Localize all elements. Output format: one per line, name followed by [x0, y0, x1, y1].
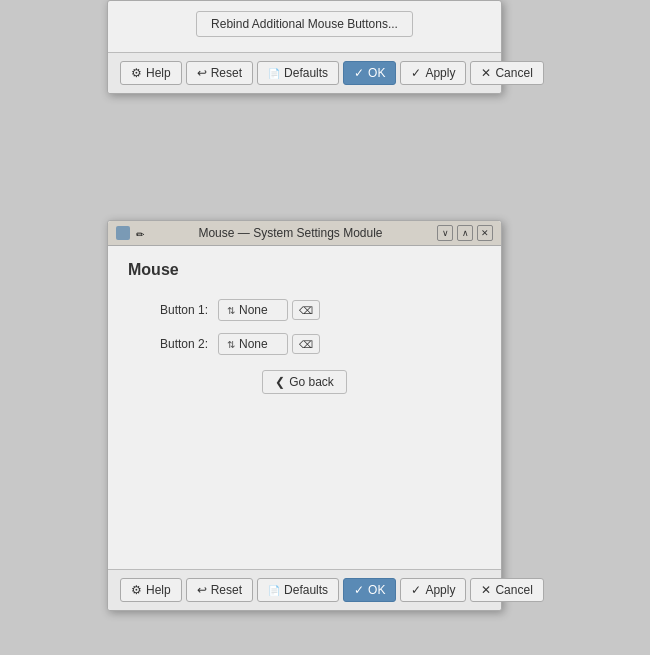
minimize-button[interactable]: ∨: [437, 225, 453, 241]
reset-icon-bottom: [197, 583, 207, 597]
titlebar-left: [116, 226, 144, 241]
window-icon: [116, 226, 130, 240]
button2-row: Button 2: None: [128, 333, 481, 355]
gear-icon-bottom: [131, 583, 142, 597]
top-defaults-button[interactable]: Defaults: [257, 61, 339, 85]
page-title: Mouse: [128, 261, 481, 279]
back-icon: [275, 375, 285, 389]
apply-icon: [411, 66, 421, 80]
bottom-reset-button[interactable]: Reset: [186, 578, 253, 602]
apply-icon-bottom: [411, 583, 421, 597]
button1-row: Button 1: None: [128, 299, 481, 321]
defaults-icon: [268, 66, 280, 80]
button1-label: Button 1:: [128, 303, 208, 317]
rebind-button[interactable]: Rebind Additional Mouse Buttons...: [196, 11, 413, 37]
go-back-button[interactable]: Go back: [262, 370, 347, 394]
window-title: Mouse — System Settings Module: [144, 226, 437, 240]
defaults-icon-bottom: [268, 583, 280, 597]
window-content: Mouse Button 1: None Button 2: None: [108, 246, 501, 409]
gear-icon: [131, 66, 142, 80]
button2-label: Button 2:: [128, 337, 208, 351]
bottom-buttons-row: Help Reset Defaults OK Apply Cancel: [108, 569, 501, 610]
top-cancel-button[interactable]: Cancel: [470, 61, 543, 85]
bottom-apply-button[interactable]: Apply: [400, 578, 466, 602]
titlebar-controls: ∨ ∧ ✕: [437, 225, 493, 241]
top-window-body: Rebind Additional Mouse Buttons...: [108, 1, 501, 52]
del-icon-2: [299, 338, 313, 350]
window-titlebar: Mouse — System Settings Module ∨ ∧ ✕: [108, 221, 501, 246]
cancel-icon-bottom: [481, 583, 491, 597]
sort-icon-1: [227, 305, 235, 316]
bottom-window: Mouse — System Settings Module ∨ ∧ ✕ Mou…: [107, 220, 502, 611]
del-icon-1: [299, 304, 313, 316]
bottom-cancel-button[interactable]: Cancel: [470, 578, 543, 602]
close-button[interactable]: ✕: [477, 225, 493, 241]
cancel-icon: [481, 66, 491, 80]
ok-icon-bottom: [354, 583, 364, 597]
button2-dropdown[interactable]: None: [218, 333, 288, 355]
top-reset-button[interactable]: Reset: [186, 61, 253, 85]
top-apply-button[interactable]: Apply: [400, 61, 466, 85]
sort-icon-2: [227, 339, 235, 350]
bottom-help-button[interactable]: Help: [120, 578, 182, 602]
top-ok-button[interactable]: OK: [343, 61, 396, 85]
spacer-area: [108, 409, 501, 569]
reset-icon: [197, 66, 207, 80]
top-window: Rebind Additional Mouse Buttons... Help …: [107, 0, 502, 94]
bottom-ok-button[interactable]: OK: [343, 578, 396, 602]
button1-dropdown[interactable]: None: [218, 299, 288, 321]
button2-clear[interactable]: [292, 334, 320, 354]
button1-clear[interactable]: [292, 300, 320, 320]
top-buttons-row: Help Reset Defaults OK Apply Cancel: [108, 52, 501, 93]
bottom-defaults-button[interactable]: Defaults: [257, 578, 339, 602]
top-help-button[interactable]: Help: [120, 61, 182, 85]
ok-icon: [354, 66, 364, 80]
pencil-icon: [136, 226, 144, 241]
maximize-button[interactable]: ∧: [457, 225, 473, 241]
